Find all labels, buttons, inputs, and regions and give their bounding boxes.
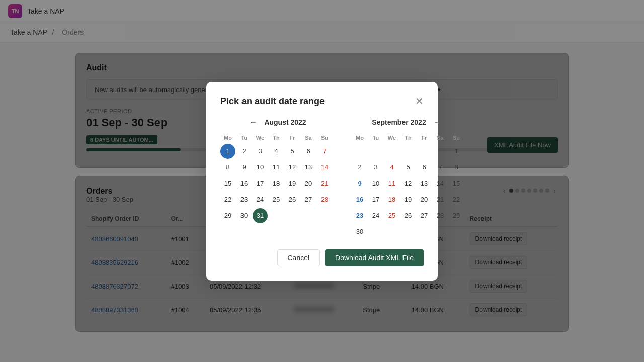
cal-day-cell[interactable]: 27 (301, 192, 316, 207)
cal-day-cell[interactable]: 24 (368, 208, 383, 223)
cal-day-cell[interactable]: 9 (352, 176, 367, 191)
cal-day-cell[interactable]: 8 (449, 160, 464, 175)
cal-day-header: Sa (301, 133, 316, 143)
modal-title: Pick an audit date range (220, 96, 325, 107)
cal-empty-cell (400, 144, 416, 159)
cal-day-cell[interactable]: 20 (417, 192, 432, 207)
cal-day-header: Mo (220, 133, 235, 143)
cal-day-cell[interactable]: 14 (433, 176, 448, 191)
cal-empty-cell (433, 144, 448, 159)
cal-day-cell[interactable]: 26 (285, 192, 300, 207)
cal-day-cell[interactable]: 11 (269, 160, 284, 175)
cal-empty-cell (368, 144, 383, 159)
cal-day-cell[interactable]: 19 (285, 176, 300, 191)
cal-day-cell[interactable]: 21 (317, 176, 332, 191)
cal-day-cell[interactable]: 12 (285, 160, 300, 175)
cal-day-cell[interactable]: 6 (417, 160, 432, 175)
cal-day-header: Th (269, 133, 284, 143)
cal-day-cell[interactable]: 5 (285, 144, 300, 159)
cal-day-cell[interactable]: 30 (352, 224, 367, 239)
cal-day-cell[interactable]: 31 (253, 208, 268, 223)
september-cal-header: September 2022 → (352, 117, 464, 128)
cal-day-cell[interactable]: 22 (220, 192, 235, 207)
cal-day-cell[interactable]: 7 (433, 160, 448, 175)
cal-day-cell[interactable]: 16 (236, 176, 252, 191)
cal-day-cell[interactable]: 2 (352, 160, 367, 175)
cal-day-header: Su (317, 133, 332, 143)
cal-day-cell[interactable]: 7 (317, 144, 332, 159)
cal-day-cell[interactable]: 3 (368, 160, 383, 175)
august-month-label: August 2022 (264, 118, 306, 126)
cal-day-cell[interactable]: 10 (368, 176, 383, 191)
cal-day-header: Fr (285, 133, 300, 143)
cal-day-cell[interactable]: 20 (301, 176, 316, 191)
september-month-label: September 2022 (372, 118, 426, 126)
cal-day-header: We (253, 133, 268, 143)
cal-day-cell[interactable]: 22 (449, 192, 464, 207)
cal-day-cell[interactable]: 6 (301, 144, 316, 159)
cal-day-cell[interactable]: 29 (220, 208, 235, 223)
cal-day-cell[interactable]: 4 (384, 160, 399, 175)
cal-day-cell[interactable]: 16 (352, 192, 367, 207)
cal-day-header: Th (400, 133, 416, 143)
cal-day-header: Fr (417, 133, 432, 143)
modal-footer: Cancel Download Audit XML File (220, 249, 424, 266)
cal-day-cell[interactable]: 1 (449, 144, 464, 159)
september-calendar: September 2022 → MoTuWeThFrSaSu123456789… (352, 117, 464, 239)
cal-day-cell[interactable]: 21 (433, 192, 448, 207)
cal-day-cell[interactable]: 1 (220, 144, 235, 159)
cal-day-header: We (384, 133, 399, 143)
cal-day-cell[interactable]: 17 (253, 176, 268, 191)
cal-day-header: Mo (352, 133, 367, 143)
cal-day-cell[interactable]: 25 (269, 192, 284, 207)
cal-day-cell[interactable]: 13 (301, 160, 316, 175)
cal-day-cell[interactable]: 10 (253, 160, 268, 175)
august-calendar: ← August 2022 MoTuWeThFrSaSu123456789101… (220, 117, 332, 239)
cal-day-cell[interactable]: 23 (236, 192, 252, 207)
modal-overlay[interactable]: Pick an audit date range ✕ ← August 2022… (0, 0, 644, 342)
cal-empty-cell (352, 144, 367, 159)
modal-header: Pick an audit date range ✕ (220, 96, 424, 107)
cal-day-cell[interactable]: 15 (220, 176, 235, 191)
cal-day-cell[interactable]: 2 (236, 144, 252, 159)
cal-day-cell[interactable]: 5 (400, 160, 416, 175)
cal-day-cell[interactable]: 17 (368, 192, 383, 207)
modal-close-button[interactable]: ✕ (415, 96, 424, 106)
cal-day-cell[interactable]: 18 (269, 176, 284, 191)
cal-day-cell[interactable]: 26 (400, 208, 416, 223)
september-grid: MoTuWeThFrSaSu12345678910111213141516171… (352, 133, 464, 239)
cal-day-cell[interactable]: 9 (236, 160, 252, 175)
cal-empty-cell (384, 144, 399, 159)
cal-day-header: Tu (368, 133, 383, 143)
cal-day-cell[interactable]: 23 (352, 208, 367, 223)
cal-day-cell[interactable]: 3 (253, 144, 268, 159)
cal-day-cell[interactable]: 28 (317, 192, 332, 207)
cal-day-cell[interactable]: 28 (433, 208, 448, 223)
cal-day-cell[interactable]: 25 (384, 208, 399, 223)
cal-day-cell[interactable]: 14 (317, 160, 332, 175)
cal-day-header: Su (449, 133, 464, 143)
cal-day-header: Sa (433, 133, 448, 143)
august-grid: MoTuWeThFrSaSu12345678910111213141516171… (220, 133, 332, 223)
date-range-modal: Pick an audit date range ✕ ← August 2022… (206, 82, 438, 281)
cal-day-cell[interactable]: 13 (417, 176, 432, 191)
cal-day-cell[interactable]: 30 (236, 208, 252, 223)
calendars-container: ← August 2022 MoTuWeThFrSaSu123456789101… (220, 117, 424, 239)
cal-day-cell[interactable]: 15 (449, 176, 464, 191)
cal-day-cell[interactable]: 24 (253, 192, 268, 207)
cal-day-cell[interactable]: 11 (384, 176, 399, 191)
cal-day-header: Tu (236, 133, 252, 143)
cal-day-cell[interactable]: 19 (400, 192, 416, 207)
cal-day-cell[interactable]: 29 (449, 208, 464, 223)
cal-day-cell[interactable]: 4 (269, 144, 284, 159)
cal-day-cell[interactable]: 18 (384, 192, 399, 207)
next-month-button[interactable]: → (430, 117, 444, 128)
cancel-button[interactable]: Cancel (277, 249, 320, 266)
cal-day-cell[interactable]: 8 (220, 160, 235, 175)
download-audit-button[interactable]: Download Audit XML File (325, 249, 424, 266)
cal-day-cell[interactable]: 12 (400, 176, 416, 191)
prev-month-button[interactable]: ← (246, 117, 260, 128)
august-cal-header: ← August 2022 (220, 117, 332, 128)
cal-empty-cell (417, 144, 432, 159)
cal-day-cell[interactable]: 27 (417, 208, 432, 223)
